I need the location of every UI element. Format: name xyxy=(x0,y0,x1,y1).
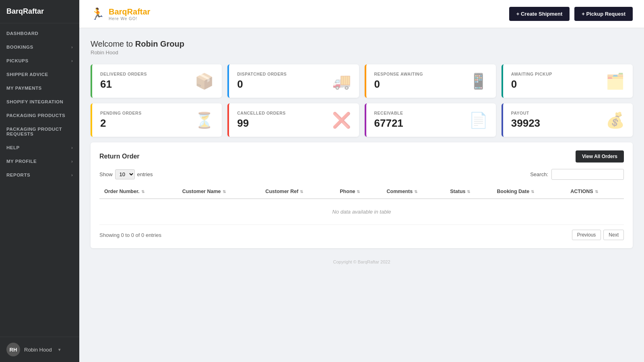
stat-info-dispatched-orders: Dispatched Orders 0 xyxy=(237,72,287,90)
stat-icon-delivered-orders: 📦 xyxy=(195,72,214,90)
th-phone[interactable]: Phone⇅ xyxy=(335,185,382,199)
show-entries: Show 10 25 50 entries xyxy=(99,169,153,179)
stat-info-awaiting-pickup: Awaiting Pickup 0 xyxy=(511,72,552,90)
next-button[interactable]: Next xyxy=(603,230,624,240)
stat-card-cancelled-orders: Cancelled Orders 99 ❌ xyxy=(227,103,359,137)
copyright: Copyright © BarqRaftar 2022 xyxy=(91,259,633,264)
sidebar-item-label: DASHBOARD xyxy=(6,31,38,36)
entries-label: entries xyxy=(137,171,153,177)
stat-label-cancelled-orders: Cancelled Orders xyxy=(237,111,286,115)
showing-entries-text: Showing 0 to 0 of 0 entries xyxy=(99,232,161,238)
stat-label-receivable: Receivable xyxy=(374,111,403,115)
stat-value-cancelled-orders: 99 xyxy=(237,117,286,130)
stat-info-payout: Payout 39923 xyxy=(511,111,540,130)
stat-label-payout: Payout xyxy=(511,111,540,115)
content-area: Welcome to Robin Group Robin Hood Delive… xyxy=(79,28,644,362)
topbar-actions: + Create Shipment + Pickup Request xyxy=(509,7,633,21)
stat-icon-awaiting-pickup: 🗂️ xyxy=(606,72,625,90)
sidebar-item-label: MY PAYMENTS xyxy=(6,86,42,90)
stat-value-payout: 39923 xyxy=(511,117,540,130)
th-status[interactable]: Status⇅ xyxy=(445,185,492,199)
table-header-row: Order Number.⇅Customer Name⇅Customer Ref… xyxy=(99,185,624,199)
sidebar-item-dashboard[interactable]: DASHBOARD xyxy=(0,27,79,40)
sort-icon-phone: ⇅ xyxy=(357,189,360,194)
sidebar: BarqRaftar DASHBOARDBOOKINGS›PICKUPS›SHI… xyxy=(0,0,79,362)
stat-label-response-awaiting: Response Awaiting xyxy=(374,72,423,76)
stat-icon-receivable: 📄 xyxy=(469,111,488,129)
sidebar-item-label: SHIPPER ADVICE xyxy=(6,72,48,77)
stat-label-awaiting-pickup: Awaiting Pickup xyxy=(511,72,552,76)
th-customer-ref[interactable]: Customer Ref⇅ xyxy=(260,185,335,199)
table-head: Order Number.⇅Customer Name⇅Customer Ref… xyxy=(99,185,624,199)
sidebar-item-shopify-integration[interactable]: SHOPIFY INTEGRATION xyxy=(0,95,79,109)
sidebar-item-pickups[interactable]: PICKUPS› xyxy=(0,54,79,68)
stat-icon-dispatched-orders: 🚚 xyxy=(332,72,351,90)
sidebar-item-bookings[interactable]: BOOKINGS› xyxy=(0,40,79,54)
sidebar-footer[interactable]: RH Robin Hood ▼ xyxy=(0,337,79,362)
sidebar-item-label: BOOKINGS xyxy=(6,45,33,49)
stat-card-receivable: Receivable 67721 📄 xyxy=(365,103,496,137)
table-body: No data available in table xyxy=(99,199,624,225)
sort-icon-actions: ⇅ xyxy=(595,189,598,194)
stat-card-pending-orders: Pending Orders 2 ⏳ xyxy=(91,103,222,137)
welcome-title: Welcome to Robin Group xyxy=(91,39,633,49)
sidebar-user-chevron-icon: ▼ xyxy=(58,348,62,352)
return-order-title: Return Order xyxy=(99,153,140,160)
stat-value-awaiting-pickup: 0 xyxy=(511,78,552,90)
sidebar-item-label: HELP xyxy=(6,145,20,150)
view-all-orders-button[interactable]: View All Orders xyxy=(576,150,624,162)
search-input[interactable] xyxy=(551,169,624,180)
stat-card-payout: Payout 39923 💰 xyxy=(502,103,633,137)
stat-card-awaiting-pickup: Awaiting Pickup 0 🗂️ xyxy=(502,64,633,98)
chevron-icon: › xyxy=(71,59,73,63)
sidebar-brand: BarqRaftar xyxy=(0,0,79,23)
sidebar-item-shipper-advice[interactable]: SHIPPER ADVICE xyxy=(0,68,79,81)
sort-icon-booking-date: ⇅ xyxy=(531,189,534,194)
pickup-request-button[interactable]: + Pickup Request xyxy=(574,7,633,21)
stat-info-delivered-orders: Delivered Orders 61 xyxy=(100,72,147,90)
sort-icon-comments: ⇅ xyxy=(414,189,417,194)
stat-info-cancelled-orders: Cancelled Orders 99 xyxy=(237,111,286,130)
logo-title-part2: Raftar xyxy=(127,7,151,16)
stat-icon-cancelled-orders: ❌ xyxy=(332,111,351,129)
logo-title-part1: Barq xyxy=(109,7,127,16)
sidebar-item-my-payments[interactable]: MY PAYMENTS xyxy=(0,81,79,95)
table-header: Return Order View All Orders xyxy=(99,150,624,162)
logo-text: BarqRaftar Here We GO! xyxy=(109,7,150,21)
sidebar-item-label: MY PROFILE xyxy=(6,159,37,164)
main-content: 🏃 BarqRaftar Here We GO! + Create Shipme… xyxy=(79,0,644,362)
stat-info-receivable: Receivable 67721 xyxy=(374,111,403,130)
stat-card-dispatched-orders: Dispatched Orders 0 🚚 xyxy=(227,64,359,98)
welcome-user: Robin Hood xyxy=(91,49,633,56)
th-comments[interactable]: Comments⇅ xyxy=(382,185,446,199)
return-order-section: Return Order View All Orders Show 10 25 … xyxy=(91,142,633,248)
chevron-icon: › xyxy=(71,173,73,177)
create-shipment-button[interactable]: + Create Shipment xyxy=(509,7,570,21)
stat-info-response-awaiting: Response Awaiting 0 xyxy=(374,72,423,90)
th-booking-date[interactable]: Booking Date⇅ xyxy=(492,185,566,199)
stat-icon-response-awaiting: 📱 xyxy=(469,72,488,90)
sidebar-item-help[interactable]: HELP› xyxy=(0,141,79,154)
return-orders-table: Order Number.⇅Customer Name⇅Customer Ref… xyxy=(99,185,624,225)
sidebar-item-my-profile[interactable]: MY PROFILE› xyxy=(0,154,79,168)
sort-icon-order-number: ⇅ xyxy=(141,189,144,194)
empty-message: No data available in table xyxy=(99,199,624,225)
sort-icon-customer-name: ⇅ xyxy=(223,189,226,194)
previous-button[interactable]: Previous xyxy=(572,230,601,240)
entries-select[interactable]: 10 25 50 xyxy=(115,169,135,179)
welcome-section: Welcome to Robin Group Robin Hood xyxy=(91,39,633,56)
pagination: Previous Next xyxy=(572,230,624,240)
topbar: 🏃 BarqRaftar Here We GO! + Create Shipme… xyxy=(79,0,644,28)
stat-value-receivable: 67721 xyxy=(374,117,403,130)
sidebar-item-reports[interactable]: REPORTS› xyxy=(0,168,79,182)
th-actions[interactable]: ACTIONS⇅ xyxy=(566,185,624,199)
sidebar-item-packaging-product-requests[interactable]: PACKAGING PRODUCT REQUESTS xyxy=(0,122,79,141)
welcome-prefix: Welcome to xyxy=(91,39,135,48)
sidebar-item-packaging-products[interactable]: PACKAGING PRODUCTS xyxy=(0,109,79,122)
stat-value-response-awaiting: 0 xyxy=(374,78,423,90)
chevron-icon: › xyxy=(71,146,73,150)
th-order-number[interactable]: Order Number.⇅ xyxy=(99,185,178,199)
stat-icon-payout: 💰 xyxy=(606,111,625,129)
th-customer-name[interactable]: Customer Name⇅ xyxy=(178,185,261,199)
chevron-icon: › xyxy=(71,45,73,49)
